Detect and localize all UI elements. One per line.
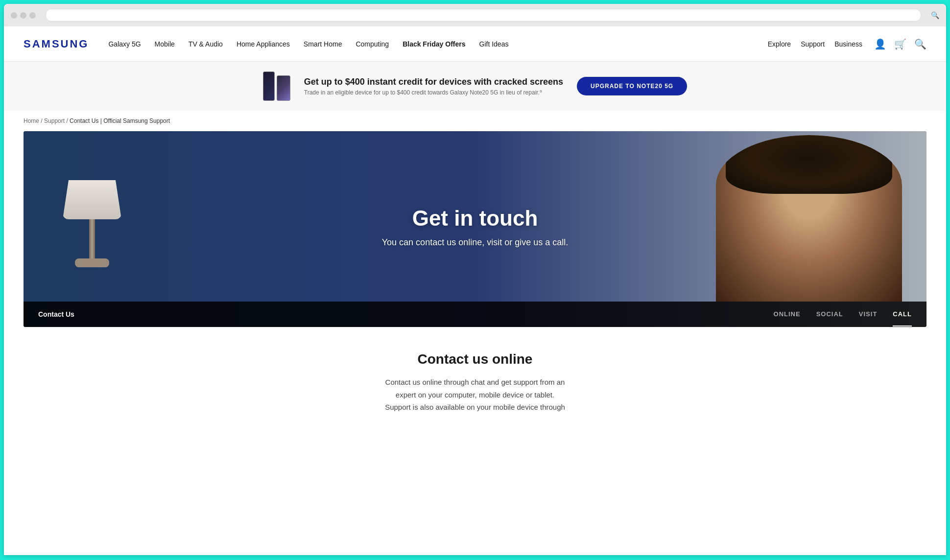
promo-banner: Get up to $400 instant credit for device…	[4, 62, 946, 111]
nav-item-black-friday[interactable]: Black Friday Offers	[403, 40, 465, 48]
search-icon[interactable]: 🔍	[914, 38, 926, 50]
promo-subtext: Trade in an eligible device for up to $4…	[304, 89, 563, 96]
account-icon[interactable]: 👤	[874, 38, 886, 50]
browser-dot-green[interactable]	[29, 12, 36, 19]
cart-icon[interactable]: 🛒	[894, 38, 906, 50]
browser-dot-red[interactable]	[11, 12, 17, 19]
nav-icons: 👤 🛒 🔍	[874, 38, 926, 50]
nav-link-computing[interactable]: Computing	[356, 40, 389, 48]
nav-link-explore[interactable]: Explore	[768, 40, 791, 48]
breadcrumb-current: Contact Us | Official Samsung Support	[70, 117, 170, 124]
hero-content: Get in touch You can contact us online, …	[382, 206, 569, 248]
nav-item-tv[interactable]: TV & Audio	[189, 40, 223, 48]
browser-search-icon: 🔍	[931, 11, 939, 19]
nav-link-gift-ideas[interactable]: Gift Ideas	[479, 40, 509, 48]
lamp-base	[75, 258, 109, 267]
nav-links: Galaxy 5G Mobile TV & Audio Home Applian…	[108, 40, 758, 48]
browser-dots	[11, 12, 36, 19]
hero-section: Get in touch You can contact us online, …	[24, 131, 926, 327]
nav-item-business[interactable]: Business	[834, 40, 862, 48]
contact-desc-line1: Contact us online through chat and get s…	[385, 378, 565, 386]
lamp-shade	[63, 180, 121, 219]
browser-addressbar[interactable]	[46, 9, 921, 22]
contact-desc-line3: Support is also available on your mobile…	[385, 403, 565, 411]
lamp-body	[89, 219, 95, 258]
contact-online-description: Contact us online through chat and get s…	[377, 376, 573, 414]
nav-item-support[interactable]: Support	[801, 40, 825, 48]
nav-link-tv[interactable]: TV & Audio	[189, 40, 223, 48]
browser-body: SAMSUNG Galaxy 5G Mobile TV & Audio Home…	[4, 26, 946, 555]
promo-button[interactable]: UPGRADE TO NOTE20 5G	[577, 77, 687, 95]
nav-link-support[interactable]: Support	[801, 40, 825, 48]
nav-item-gift-ideas[interactable]: Gift Ideas	[479, 40, 509, 48]
nav-item-computing[interactable]: Computing	[356, 40, 389, 48]
browser-dot-yellow[interactable]	[20, 12, 26, 19]
promo-phones	[263, 71, 290, 101]
nav-item-explore[interactable]: Explore	[768, 40, 791, 48]
nav-right: Explore Support Business 👤 🛒 🔍	[768, 38, 926, 50]
contact-section: Contact us online Contact us online thro…	[4, 327, 946, 428]
nav-item-galaxy5g[interactable]: Galaxy 5G	[108, 40, 141, 48]
nav-link-home-appliances[interactable]: Home Appliances	[237, 40, 290, 48]
hero-bottom-bar: Contact Us ONLINE SOCIAL VISIT CALL	[24, 302, 926, 327]
nav-link-black-friday[interactable]: Black Friday Offers	[403, 40, 465, 48]
tab-social[interactable]: SOCIAL	[816, 303, 843, 327]
promo-headline: Get up to $400 instant credit for device…	[304, 77, 563, 87]
breadcrumb: Home / Support / Contact Us | Official S…	[4, 111, 946, 131]
contact-desc-line2: expert on your computer, mobile device o…	[396, 391, 554, 399]
hero-person	[716, 135, 902, 302]
phone-image-purple	[277, 75, 290, 101]
promo-text: Get up to $400 instant credit for device…	[304, 77, 563, 96]
nav-item-mobile[interactable]: Mobile	[155, 40, 175, 48]
phone-image-dark	[263, 71, 275, 101]
nav-link-smart-home[interactable]: Smart Home	[304, 40, 342, 48]
browser-titlebar: 🔍	[4, 4, 946, 26]
hero-title: Get in touch	[382, 206, 569, 231]
breadcrumb-home[interactable]: Home	[24, 117, 39, 124]
nav-link-mobile[interactable]: Mobile	[155, 40, 175, 48]
tab-online[interactable]: ONLINE	[774, 303, 801, 327]
lamp-decoration	[63, 180, 121, 298]
tab-visit[interactable]: VISIT	[859, 303, 878, 327]
nav-secondary: Explore Support Business	[768, 40, 862, 48]
samsung-logo: SAMSUNG	[24, 38, 89, 50]
hero-bottom-label: Contact Us	[38, 310, 774, 318]
tab-call[interactable]: CALL	[893, 303, 912, 327]
nav-link-business[interactable]: Business	[834, 40, 862, 48]
navbar: SAMSUNG Galaxy 5G Mobile TV & Audio Home…	[4, 26, 946, 62]
nav-link-galaxy5g[interactable]: Galaxy 5G	[108, 40, 141, 48]
hero-subtitle: You can contact us online, visit or give…	[382, 237, 569, 248]
hero-bottom-tabs: ONLINE SOCIAL VISIT CALL	[774, 303, 912, 327]
nav-item-home-appliances[interactable]: Home Appliances	[237, 40, 290, 48]
contact-online-title: Contact us online	[24, 351, 926, 367]
nav-item-smart-home[interactable]: Smart Home	[304, 40, 342, 48]
breadcrumb-support[interactable]: Support	[44, 117, 65, 124]
